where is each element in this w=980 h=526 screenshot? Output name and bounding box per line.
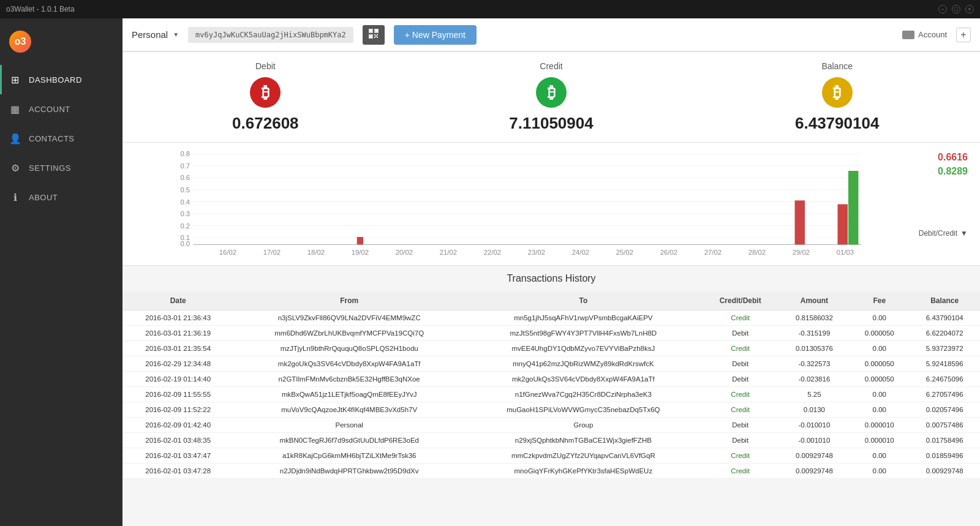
- table-row[interactable]: 2016-02-01 03:48:35mkBN0CTegRJ6f7d9sdGtU…: [123, 433, 980, 448]
- table-cell: Debit: [702, 433, 779, 448]
- debit-label: Debit: [255, 61, 276, 71]
- table-cell: 0.000050: [850, 326, 909, 341]
- svg-rect-5: [369, 36, 372, 38]
- table-cell: Credit: [702, 387, 779, 402]
- table-cell: n2JDjdn9iNdBwdqHPRTGhkbww2t95D9dXv: [233, 464, 465, 479]
- qr-code-button[interactable]: [363, 25, 385, 45]
- table-cell: muGaoH1SPiLVoWVWGmycC35nebazDq5Tx6Q: [465, 402, 702, 418]
- table-cell: 0.000050: [850, 356, 909, 372]
- svg-text:0.3: 0.3: [180, 210, 190, 217]
- svg-text:28/02: 28/02: [748, 249, 766, 256]
- account-name: Personal: [132, 29, 168, 40]
- table-cell: Group: [465, 418, 702, 433]
- col-credit-debit: Credit/Debit: [702, 291, 779, 310]
- legend-selector[interactable]: Debit/Credit ▼: [919, 229, 968, 238]
- credit-bitcoin-icon: ₿: [536, 77, 567, 108]
- svg-text:27/02: 27/02: [704, 249, 722, 256]
- table-row[interactable]: 2016-03-01 21:36:19mm6Dhd6WZbrLhUKBvqmfY…: [123, 326, 980, 341]
- table-cell: 2016-02-29 12:34:48: [123, 356, 233, 372]
- sidebar-item-contacts[interactable]: 👤 CONTACTS: [0, 124, 123, 153]
- table-cell: mnyQ41p62mzJQbRizWMZy89kdRdKrswfcK: [465, 356, 702, 372]
- table-cell: 0.00: [850, 402, 909, 418]
- svg-rect-44: [357, 237, 363, 244]
- table-cell: 6.62204072: [909, 326, 980, 341]
- table-cell: 0.81586032: [779, 310, 850, 326]
- account-tab-label: Account: [918, 30, 947, 39]
- table-row[interactable]: 2016-02-01 03:47:28n2JDjdn9iNdBwdqHPRTGh…: [123, 464, 980, 479]
- balance-value: 6.43790104: [795, 114, 879, 133]
- table-row[interactable]: 2016-02-19 01:14:40n2GTIlmFMnMv6cbznBk5E…: [123, 372, 980, 387]
- table-cell: 2016-03-01 21:35:54: [123, 341, 233, 356]
- table-row[interactable]: 2016-02-09 11:55:55mkBxQwA51jz1LETjkf5oa…: [123, 387, 980, 402]
- about-icon: ℹ: [9, 191, 21, 203]
- maximize-btn[interactable]: □: [952, 5, 960, 13]
- account-selector[interactable]: Personal ▼: [132, 29, 179, 40]
- svg-text:18/02: 18/02: [307, 249, 325, 256]
- transactions-table: Date From To Credit/Debit Amount Fee Bal…: [123, 291, 980, 479]
- table-cell: Credit: [702, 464, 779, 479]
- legend-credit-value: 0.8289: [938, 166, 968, 177]
- add-account-button[interactable]: +: [956, 28, 971, 42]
- table-cell: mkBN0CTegRJ6f7d9sdGtUuDLfdP6RE3oEd: [233, 433, 465, 448]
- sidebar-logo: o3: [0, 24, 123, 65]
- svg-text:0.4: 0.4: [180, 198, 190, 206]
- table-cell: 0.00: [850, 310, 909, 326]
- table-cell: -0.010010: [779, 418, 850, 433]
- chart-legend: 0.6616 0.8289 Debit/Credit ▼: [910, 149, 971, 259]
- table-cell: 0.01305376: [779, 341, 850, 356]
- table-row[interactable]: 2016-03-01 21:36:43n3jSLV9ZkvFll86QV9LNa…: [123, 310, 980, 326]
- sidebar-item-settings[interactable]: ⚙ SETTINGS: [0, 153, 123, 182]
- col-amount: Amount: [779, 291, 850, 310]
- table-row[interactable]: 2016-02-09 11:52:22muVoV9cQAqzoeJtK4fIKq…: [123, 402, 980, 418]
- balance-label: Balance: [821, 61, 853, 71]
- window-controls[interactable]: − □ ×: [938, 5, 974, 13]
- table-cell: mzJTjyLn9bthRrQququQ8oSPLQS2H1bodu: [233, 341, 465, 356]
- table-cell: 0.000050: [850, 372, 909, 387]
- sidebar-item-label: ABOUT: [29, 193, 58, 202]
- sidebar-item-account[interactable]: ▦ ACCOUNT: [0, 94, 123, 124]
- wallet-address[interactable]: mv6yJqJwKuCK5auUag2jHixSWuBbpmKYa2: [188, 27, 353, 43]
- table-row[interactable]: 2016-02-09 01:42:40PersonalGroupDebit-0.…: [123, 418, 980, 433]
- table-cell: Credit: [702, 341, 779, 356]
- minimize-btn[interactable]: −: [938, 5, 947, 13]
- sidebar-item-dashboard[interactable]: ⊞ DASHBOARD: [0, 65, 123, 94]
- sidebar-item-about[interactable]: ℹ ABOUT: [0, 182, 123, 212]
- svg-rect-6: [374, 34, 375, 36]
- col-balance: Balance: [909, 291, 980, 310]
- table-cell: 0.02057496: [909, 402, 980, 418]
- chart-area: 0.8 0.7 0.6 0.5 0.4 0.3 0.2 0.1 0.0: [132, 149, 903, 259]
- table-cell: mk2goUkQs3SV64cVDbdy8XxpW4FA9A1aTf: [465, 372, 702, 387]
- table-cell: 0.00: [850, 464, 909, 479]
- settings-icon: ⚙: [9, 162, 21, 174]
- table-row[interactable]: 2016-02-29 12:34:48mk2goUkQs3SV64cVDbdy8…: [123, 356, 980, 372]
- table-cell: Debit: [702, 418, 779, 433]
- table-cell: mzJtS5nt98gFWY4Y3PT7VllH4FxsWb7LnH8D: [465, 326, 702, 341]
- sidebar: o3 ⊞ DASHBOARD ▦ ACCOUNT 👤 CONTACTS ⚙ SE…: [0, 18, 123, 526]
- table-cell: 6.24675096: [909, 372, 980, 387]
- table-cell: 2016-02-01 03:47:28: [123, 464, 233, 479]
- close-btn[interactable]: ×: [965, 5, 974, 13]
- sidebar-item-label: ACCOUNT: [29, 105, 70, 114]
- table-cell: 5.25: [779, 387, 850, 402]
- table-cell: 0.00929748: [779, 464, 850, 479]
- table-cell: mm6Dhd6WZbrLhUKBvqmfYMCFPVa19CQi7Q: [233, 326, 465, 341]
- svg-text:16/02: 16/02: [219, 249, 236, 256]
- svg-text:29/02: 29/02: [793, 249, 810, 256]
- table-cell: 2016-02-09 01:42:40: [123, 418, 233, 433]
- account-tab-icon: [902, 31, 914, 39]
- credit-label: Credit: [540, 61, 562, 71]
- svg-text:0.2: 0.2: [180, 222, 190, 230]
- new-payment-button[interactable]: + New Payment: [394, 25, 477, 45]
- top-bar: Personal ▼ mv6yJqJwKuCK5auUag2jHixSWuBbp…: [123, 18, 980, 52]
- table-cell: mn5g1jhJ5sqAFhV1rwpVPsmbBcgaKAiEPV: [465, 310, 702, 326]
- svg-rect-47: [848, 171, 858, 244]
- table-cell: muVoV9cQAqzoeJtK4fIKqf4MBE3vXd5h7V: [233, 402, 465, 418]
- table-cell: Debit: [702, 356, 779, 372]
- svg-text:0.7: 0.7: [180, 162, 190, 170]
- table-cell: 2016-02-09 11:55:55: [123, 387, 233, 402]
- table-row[interactable]: 2016-02-01 03:47:47a1kR8KajCpG6kmMH6bjTZ…: [123, 448, 980, 464]
- app-body: o3 ⊞ DASHBOARD ▦ ACCOUNT 👤 CONTACTS ⚙ SE…: [0, 18, 980, 526]
- table-row[interactable]: 2016-03-01 21:35:54mzJTjyLn9bthRrQququQ8…: [123, 341, 980, 356]
- svg-rect-1: [369, 29, 372, 32]
- stats-section: Debit ₿ 0.672608 Credit ₿ 7.11050904 Bal…: [123, 52, 980, 143]
